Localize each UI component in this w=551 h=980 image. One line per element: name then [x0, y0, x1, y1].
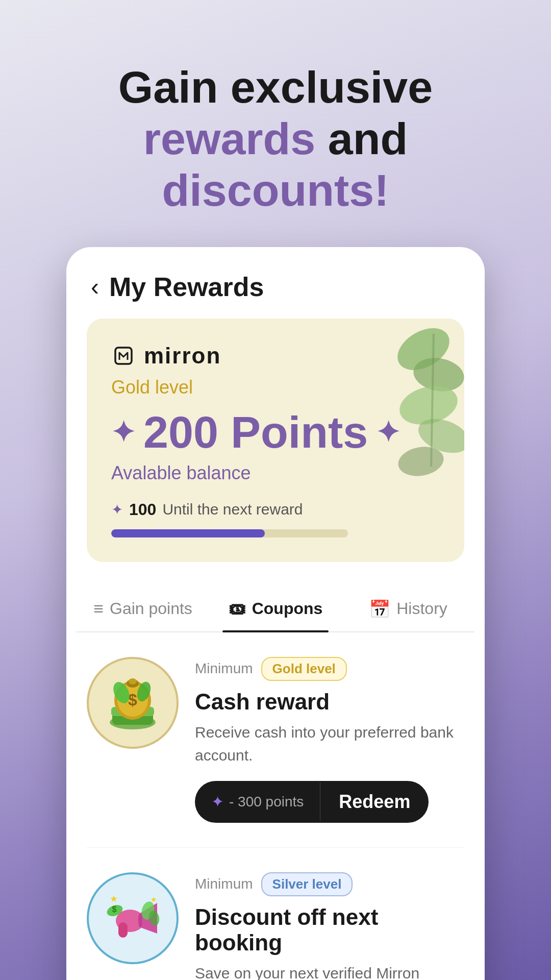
progress-fill — [111, 529, 265, 537]
headline-highlight2: discounts! — [162, 165, 389, 215]
coupons-icon: 🎟 — [229, 599, 246, 619]
redeem-button-cash[interactable]: ✦ - 300 points Redeem — [195, 781, 429, 823]
tab-coupons[interactable]: 🎟 Coupons — [209, 582, 342, 631]
leaf-decoration — [332, 318, 464, 482]
coupon-desc-cash: Receive cash into your preferred bank ac… — [195, 721, 464, 767]
silver-level-badge: Silver level — [261, 872, 353, 896]
redeem-label-cash: Redeem — [320, 781, 429, 823]
tab-gain-points-label: Gain points — [110, 599, 192, 618]
discount-illustration: $ ★ ★ — [97, 883, 168, 954]
svg-text:★: ★ — [110, 894, 118, 904]
coupon-title-cash: Cash reward — [195, 689, 464, 715]
tab-gain-points[interactable]: ≡ Gain points — [77, 582, 209, 631]
history-icon: 📅 — [369, 599, 390, 619]
svg-text:★: ★ — [151, 895, 157, 903]
tab-history-label: History — [396, 599, 447, 618]
headline: Gain exclusive rewards and discounts! — [41, 61, 510, 216]
svg-text:$: $ — [112, 905, 117, 914]
tab-coupons-label: Coupons — [252, 599, 323, 618]
until-row: ✦ 100 Until the next reward — [111, 500, 440, 519]
tab-history[interactable]: 📅 History — [342, 582, 474, 631]
minimum-row-discount: Minimum Silver level — [195, 872, 464, 896]
coupon-item-cash: $ Minimum Gold level Cash reward Receive… — [87, 632, 464, 848]
coupon-image-cash: $ — [87, 657, 179, 749]
gain-points-icon: ≡ — [93, 599, 104, 619]
header-section: Gain exclusive rewards and discounts! — [0, 0, 551, 247]
svg-text:$: $ — [128, 691, 137, 709]
svg-point-18 — [138, 913, 142, 927]
nav-bar: ‹ My Rewards — [66, 247, 485, 318]
headline-line2-rest: and — [315, 113, 408, 164]
redeem-points-text: - 300 points — [229, 794, 304, 810]
minimum-row-cash: Minimum Gold level — [195, 657, 464, 681]
page-title: My Rewards — [109, 272, 264, 302]
phone-card: ‹ My Rewards mirron Gold level ✦ 200 Poi… — [66, 247, 485, 980]
until-text: Until the next reward — [162, 501, 303, 518]
tabs-bar: ≡ Gain points 🎟 Coupons 📅 History — [77, 582, 474, 632]
coupon-title-discount: Discount off next booking — [195, 904, 464, 955]
until-sparkle: ✦ — [111, 501, 123, 518]
svg-point-13 — [129, 678, 137, 684]
headline-line1: Gain exclusive — [118, 62, 433, 112]
headline-highlight1: rewards — [143, 113, 316, 164]
brand-name: mirron — [144, 343, 221, 369]
redeem-points-cash: ✦ - 300 points — [195, 782, 320, 821]
coupon-content-cash: Minimum Gold level Cash reward Receive c… — [195, 657, 464, 823]
sparkle-left: ✦ — [111, 415, 135, 449]
minimum-label-cash: Minimum — [195, 660, 253, 677]
coupon-image-discount: $ ★ ★ — [87, 872, 179, 964]
points-card: mirron Gold level ✦ 200 Points ✦ Avalabl… — [87, 318, 464, 562]
cash-reward-illustration: $ — [97, 667, 168, 739]
until-number: 100 — [129, 500, 156, 519]
brand-logo-icon — [111, 344, 136, 368]
coupons-list: $ Minimum Gold level Cash reward Receive… — [66, 632, 485, 980]
spark-icon: ✦ — [211, 793, 224, 811]
coupon-content-discount: Minimum Silver level Discount off next b… — [195, 872, 464, 980]
minimum-label-discount: Minimum — [195, 876, 253, 892]
gold-level-badge: Gold level — [261, 657, 347, 681]
svg-rect-19 — [118, 922, 128, 938]
coupon-item-discount: $ ★ ★ Minimum Silver level Discount off … — [87, 848, 464, 980]
back-button[interactable]: ‹ — [91, 275, 99, 299]
progress-bar — [111, 529, 348, 537]
coupon-desc-discount: Save on your next verified Mirron bookin… — [195, 962, 464, 980]
